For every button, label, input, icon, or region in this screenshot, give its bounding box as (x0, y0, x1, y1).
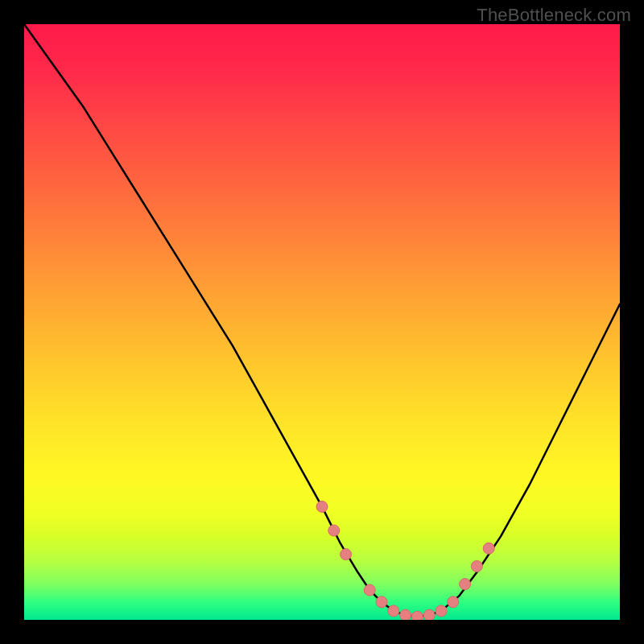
data-dot (341, 549, 352, 560)
chart-container: TheBottleneck.com (0, 0, 644, 644)
data-dot (423, 609, 435, 620)
data-dot (471, 560, 482, 572)
data-dot (328, 525, 340, 536)
watermark-text: TheBottleneck.com (477, 5, 631, 26)
plot-area (24, 24, 620, 620)
data-dots (316, 501, 494, 620)
data-dot (483, 543, 494, 554)
data-dot (376, 597, 387, 608)
data-dot (316, 501, 328, 512)
data-dot (364, 584, 375, 596)
data-dot (460, 579, 471, 590)
data-dot (411, 611, 423, 620)
data-dot (448, 597, 459, 608)
data-dot (400, 609, 411, 620)
curve-layer (24, 24, 620, 620)
bottleneck-curve (24, 24, 620, 617)
data-dot (388, 605, 399, 617)
data-dot (436, 605, 447, 617)
